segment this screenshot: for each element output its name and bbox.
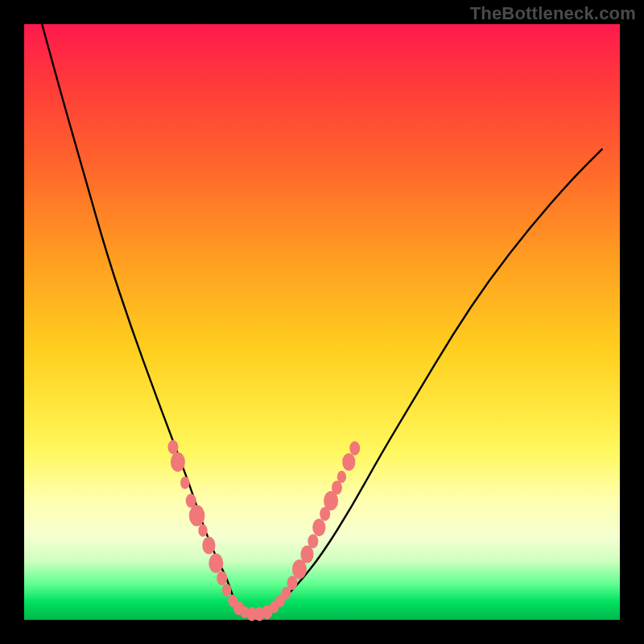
- plot-area: [24, 24, 620, 620]
- marker-dot: [300, 546, 313, 564]
- marker-dot: [180, 477, 189, 489]
- marker-dot: [337, 471, 346, 483]
- marker-dot: [222, 584, 231, 596]
- marker-dot: [198, 524, 207, 536]
- chart-frame: TheBottleneck.com: [0, 0, 644, 644]
- marker-dot: [202, 537, 215, 555]
- marker-dot: [217, 571, 227, 585]
- marker-dot: [287, 576, 298, 590]
- curve-svg: [24, 24, 620, 620]
- curve-markers: [168, 440, 361, 621]
- marker-dot: [208, 554, 223, 573]
- marker-dot: [171, 452, 185, 472]
- marker-dot: [349, 441, 360, 456]
- marker-dot: [308, 535, 318, 549]
- watermark-text: TheBottleneck.com: [470, 3, 636, 24]
- marker-dot: [189, 505, 205, 526]
- marker-dot: [168, 440, 179, 455]
- marker-dot: [342, 453, 355, 471]
- marker-dot: [312, 518, 325, 536]
